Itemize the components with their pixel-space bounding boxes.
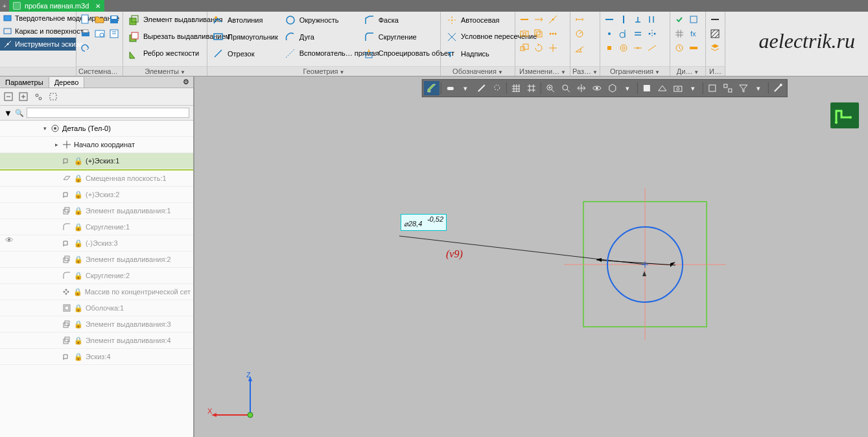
fillet-button[interactable]: Скругление bbox=[361, 30, 439, 44]
group-label: Ограничения bbox=[610, 67, 653, 75]
close-tab-icon[interactable]: ✕ bbox=[95, 3, 100, 10]
symmetric-constraint[interactable] bbox=[646, 27, 659, 40]
perpendicular-constraint[interactable] bbox=[631, 13, 644, 26]
lock-icon: 🔒 bbox=[74, 352, 83, 361]
new-tab-button[interactable]: + bbox=[0, 0, 9, 12]
autoline-button[interactable]: Автолиния bbox=[210, 13, 281, 27]
concentric-constraint[interactable] bbox=[617, 41, 630, 54]
tree-select-button[interactable] bbox=[47, 90, 60, 103]
tree-item-label: Элемент выдавливания:4 bbox=[86, 337, 171, 344]
mode-wireframe[interactable]: Каркас и поверхности bbox=[0, 25, 76, 38]
cad-viewport[interactable]: ▾ ▾ ▾ ▾ bbox=[194, 77, 868, 437]
tree-item-label: Скругление:1 bbox=[86, 223, 130, 231]
tree-item[interactable]: 🔒Оболочка:1 bbox=[0, 300, 193, 316]
panel-settings-icon[interactable]: ⚙ bbox=[179, 78, 193, 86]
tree-item[interactable]: 🔒Скругление:1 bbox=[0, 219, 193, 235]
vertical-constraint[interactable] bbox=[617, 13, 630, 26]
mode-solid[interactable]: Твердотельное моделирование bbox=[0, 12, 76, 25]
rib-icon bbox=[128, 48, 140, 60]
tree-item-label: Скругление:2 bbox=[86, 272, 130, 279]
sketch-canvas[interactable] bbox=[194, 77, 868, 437]
trim-button[interactable] bbox=[518, 13, 531, 26]
tree-item[interactable]: 🔒(-)Эскиз:3 bbox=[0, 235, 193, 252]
midpoint-constraint[interactable] bbox=[631, 41, 644, 54]
offset-button[interactable] bbox=[532, 27, 545, 40]
properties-button[interactable] bbox=[108, 27, 121, 40]
tangent-constraint[interactable] bbox=[617, 27, 630, 40]
layers-button[interactable] bbox=[709, 41, 721, 54]
arc-button[interactable]: Дуга bbox=[282, 30, 360, 44]
smart-dim-button[interactable] bbox=[573, 13, 586, 26]
split-button[interactable] bbox=[546, 13, 559, 26]
repair-button[interactable] bbox=[673, 41, 686, 54]
line-style-button[interactable] bbox=[709, 13, 721, 26]
tree-item[interactable]: 🔒(+)Эскиз:2 bbox=[0, 187, 193, 203]
tree-item[interactable]: 🔒Эскиз:4 bbox=[0, 349, 193, 365]
tree-item[interactable]: 🔒Элемент выдавливания:3 bbox=[0, 316, 193, 333]
tree-item[interactable]: 🔒Массив по концентрической сет bbox=[0, 284, 193, 300]
condint-icon bbox=[446, 31, 458, 43]
tree-item[interactable]: 🔒Элемент выдавливания:1 bbox=[0, 203, 193, 219]
tree-expand-button[interactable] bbox=[17, 90, 30, 103]
check-sketch-button[interactable] bbox=[673, 13, 686, 26]
svg-rect-3 bbox=[82, 15, 88, 23]
formula-button[interactable]: fx bbox=[687, 27, 700, 40]
group-label: Изменени… bbox=[519, 67, 559, 75]
tree-item[interactable]: 🔒Смещенная плоскость:1 bbox=[0, 171, 193, 187]
segment-button[interactable]: Отрезок bbox=[210, 47, 281, 61]
hatch-button[interactable] bbox=[709, 27, 721, 40]
svg-rect-28 bbox=[535, 30, 540, 35]
tree-item[interactable]: 🔒Элемент выдавливания:2 bbox=[0, 252, 193, 268]
scale-button[interactable] bbox=[518, 41, 531, 54]
preview-button[interactable] bbox=[93, 27, 106, 40]
tree-tab[interactable]: Дерево bbox=[49, 77, 85, 88]
tree-collapse-button[interactable] bbox=[2, 90, 15, 103]
mirror-button[interactable] bbox=[518, 27, 531, 40]
chamfer-button[interactable]: Фаска bbox=[361, 13, 439, 27]
diameter-dimension[interactable]: ⌀28,4 -0,52 bbox=[401, 214, 447, 231]
horizontal-constraint[interactable] bbox=[603, 13, 616, 26]
filter-icon[interactable]: ▼ bbox=[4, 108, 12, 118]
tree-item[interactable]: 🔒(+)Эскиз:1 bbox=[0, 153, 193, 169]
svg-rect-0 bbox=[4, 16, 11, 21]
extend-button[interactable] bbox=[532, 13, 545, 26]
undo-button[interactable] bbox=[79, 41, 92, 54]
show-constraints-button[interactable] bbox=[687, 13, 700, 26]
new-file-button[interactable] bbox=[79, 13, 92, 26]
circle-button[interactable]: Окружность bbox=[282, 13, 360, 27]
open-file-button[interactable] bbox=[93, 13, 106, 26]
linear-pattern-button[interactable] bbox=[546, 27, 559, 40]
mode-sketch-tools[interactable]: Инструменты эскиза bbox=[0, 38, 76, 51]
angular-dim-button[interactable] bbox=[573, 41, 586, 54]
radial-dim-button[interactable] bbox=[573, 27, 586, 40]
tree-item[interactable]: 🔒Скругление:2 bbox=[0, 268, 193, 284]
measure-button[interactable] bbox=[687, 41, 700, 54]
visibility-icon[interactable]: 👁 bbox=[5, 235, 14, 245]
params-tab[interactable]: Параметры bbox=[0, 77, 49, 88]
grid-button[interactable] bbox=[673, 27, 686, 40]
fix-constraint[interactable] bbox=[603, 41, 616, 54]
svg-point-115 bbox=[248, 412, 253, 418]
save-button[interactable] bbox=[108, 13, 121, 26]
svg-text:fx: fx bbox=[690, 30, 696, 38]
project-button[interactable]: Спроецировать объект bbox=[361, 47, 439, 61]
equal-constraint[interactable] bbox=[631, 27, 644, 40]
rectangle-button[interactable]: Прямоугольник bbox=[210, 30, 281, 44]
tree-item[interactable]: ▸Начало координат bbox=[0, 137, 193, 153]
tree-item-label: Элемент выдавливания:3 bbox=[86, 320, 171, 328]
colinear-constraint[interactable] bbox=[646, 41, 659, 54]
parallel-constraint[interactable] bbox=[646, 13, 659, 26]
print-button[interactable] bbox=[79, 27, 92, 40]
tree-root[interactable]: ▾ Деталь (Тел-0) bbox=[0, 121, 193, 137]
move-button[interactable] bbox=[546, 41, 559, 54]
tree-filter-button[interactable] bbox=[32, 90, 45, 103]
file-tab-active[interactable]: пробка пивная.m3d ✕ bbox=[9, 0, 104, 12]
rotate-button[interactable] bbox=[532, 41, 545, 54]
coincident-constraint[interactable] bbox=[603, 27, 616, 40]
dim-tolerance: -0,52 bbox=[427, 215, 443, 223]
svg-rect-48 bbox=[607, 46, 611, 50]
aux-line-button[interactable]: Вспомогатель… прямая bbox=[282, 47, 360, 61]
svg-rect-18 bbox=[214, 34, 222, 40]
tree-search-input[interactable] bbox=[27, 108, 189, 118]
tree-item[interactable]: 🔒Элемент выдавливания:4 bbox=[0, 333, 193, 349]
